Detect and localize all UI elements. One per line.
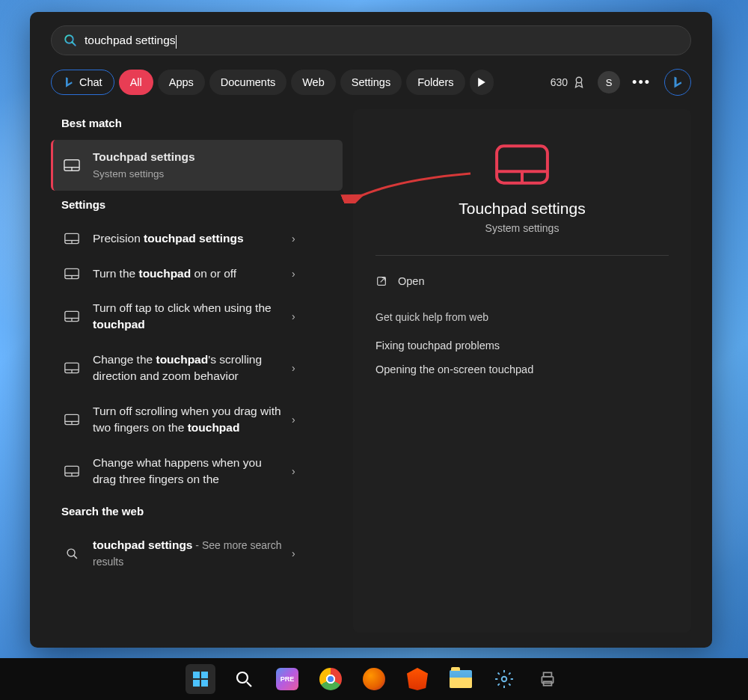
touchpad-icon [64,465,79,477]
search-input[interactable]: touchpad settings [51,25,691,55]
svg-rect-34 [201,680,208,687]
taskbar-brave[interactable] [402,664,432,694]
chevron-right-icon: › [292,268,295,280]
bing-button[interactable] [664,69,691,96]
filter-documents[interactable]: Documents [209,70,286,95]
filter-settings[interactable]: Settings [340,70,402,95]
taskbar-start[interactable] [186,664,215,694]
filter-web[interactable]: Web [291,70,336,95]
start-search-window: touchpad settings Chat All Apps Document… [30,12,712,648]
preview-panel: Touchpad settings System settings Open G… [353,109,691,633]
result-touchpad-settings[interactable]: Touchpad settings System settings [51,140,343,191]
open-icon [375,275,387,287]
rewards-points[interactable]: 630 [551,76,586,89]
filter-folders[interactable]: Folders [406,70,465,95]
bing-chat-icon [63,76,75,88]
search-small-icon [66,547,79,560]
section-settings: Settings [61,198,343,211]
touchpad-icon [64,414,79,426]
settings-result-2[interactable]: Turn off tap to click when using the tou… [51,291,343,343]
taskbar-search[interactable] [229,664,259,694]
search-query-text: touchpad settings [85,34,176,47]
taskbar-firefox[interactable] [359,664,389,694]
open-action[interactable]: Open [375,272,669,290]
taskbar-settings-app[interactable] [489,664,519,694]
svg-line-1 [72,42,76,46]
taskbar-printer[interactable] [533,664,562,694]
printer-icon [538,669,557,689]
filter-row: Chat All Apps Documents Web Settings Fol… [51,69,691,96]
help-header: Get quick help from web [375,311,669,323]
settings-result-4[interactable]: Turn off scrolling when you drag with tw… [51,394,343,446]
svg-line-25 [73,555,76,558]
rewards-icon [572,76,586,89]
settings-result-3[interactable]: Change the touchpad's scrolling directio… [51,343,343,394]
filter-apps[interactable]: Apps [158,70,205,95]
settings-result-0[interactable]: Precision touchpad settings› [51,221,343,256]
results-column: Best match Touchpad settings System sett… [51,109,343,633]
firefox-icon [363,668,385,690]
help-link-onscreen[interactable]: Opening the on-screen touchpad [375,357,669,381]
folder-icon [450,670,472,688]
touchpad-icon [64,159,80,172]
svg-rect-31 [193,672,200,678]
section-search-web: Search the web [61,505,343,518]
search-taskbar-icon [235,670,253,688]
filter-chat[interactable]: Chat [51,70,114,95]
chrome-icon [319,668,342,690]
chevron-right-icon: › [292,465,295,477]
settings-result-5[interactable]: Change what happens when you drag three … [51,446,343,497]
taskbar-chrome[interactable] [316,664,346,694]
chevron-right-icon: › [292,362,295,374]
filter-all[interactable]: All [119,70,153,95]
taskbar: PRE [0,658,748,700]
chevron-right-icon: › [292,547,295,559]
taskbar-app-pre[interactable]: PRE [272,664,302,694]
touchpad-icon [64,268,79,280]
divider [375,255,669,256]
svg-rect-39 [544,672,552,676]
touchpad-icon [64,233,79,245]
chevron-right-icon: › [292,233,295,245]
chevron-right-icon: › [292,414,295,426]
svg-point-24 [67,549,75,556]
brave-icon [407,668,428,690]
filter-play[interactable] [470,70,494,95]
play-icon [477,78,486,87]
help-link-fixing[interactable]: Fixing touchpad problems [375,334,669,357]
touchpad-large-icon [494,143,550,186]
svg-rect-33 [193,680,200,687]
svg-line-36 [247,682,251,687]
windows-icon [191,670,209,688]
svg-point-35 [237,672,248,683]
settings-result-1[interactable]: Turn the touchpad on or off› [51,257,343,291]
more-options[interactable]: ••• [632,75,651,90]
preview-title: Touchpad settings [375,200,669,218]
gear-icon [494,669,514,689]
section-best-match: Best match [61,117,343,129]
touchpad-icon [64,310,79,322]
chevron-right-icon: › [292,310,295,322]
result-web-search[interactable]: touchpad settings - See more search resu… [51,528,343,580]
touchpad-icon [64,362,79,374]
search-icon [64,34,77,47]
user-avatar[interactable]: S [598,71,620,93]
preview-subtitle: System settings [375,222,669,234]
svg-point-2 [576,77,582,83]
svg-rect-32 [201,672,208,678]
bing-icon [671,76,684,89]
svg-point-37 [502,677,507,682]
taskbar-explorer[interactable] [446,664,476,694]
